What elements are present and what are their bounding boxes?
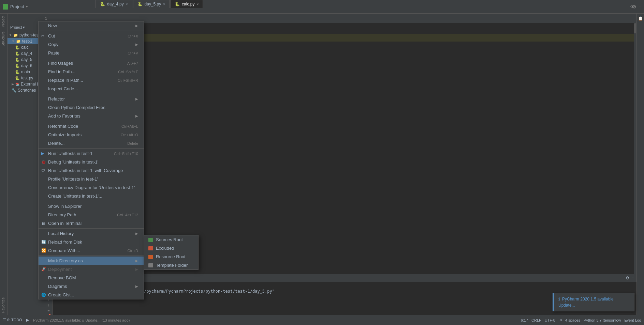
event-log-label[interactable]: Event Log [624,318,641,322]
menu-item-compare[interactable]: 🔀 Compare With... Ctrl+D [39,246,144,255]
menu-label-local-history: Local History [48,231,135,236]
menu-label-mark-directory: Mark Directory as [48,258,135,263]
ext-icon: 📚 [15,82,19,86]
menu-label-reload: Reload from Disk [48,239,138,245]
event-log-icon[interactable]: 📋 [638,16,643,21]
menu-item-remove-bom[interactable]: Remove BOM [39,274,144,282]
menu-item-directory-path[interactable]: Directory Path Ctrl+Alt+F12 [39,211,144,219]
menu-item-inspect[interactable]: Inspect Code... [39,84,144,93]
favorites-tab[interactable]: Favorites [0,295,7,315]
menu-item-reload[interactable]: 🔄 Reload from Disk [39,238,144,246]
tree-label-day5: day_5 [21,57,32,62]
menu-separator [39,256,144,256]
reformat-shortcut: Ctrl+Alt+L [121,124,138,128]
py-icon: 🐍 [15,70,20,74]
menu-item-clean-compiled[interactable]: Clean Python Compiled Files [39,103,144,112]
menu-item-favorites[interactable]: Add to Favorites ▶ [39,112,144,120]
run-status-icon[interactable]: ▶ [26,318,29,322]
submenu-arrow-icon: ▶ [135,259,138,263]
minimize-icon[interactable]: − [639,4,641,10]
menu-item-refactor[interactable]: Refactor ▶ [39,95,144,103]
submenu-item-resource-root[interactable]: Resource Root [144,252,198,261]
vertical-scrollbar[interactable] [634,23,636,315]
menu-item-replace-path[interactable]: Replace in Path... Ctrl+Shift+R [39,76,144,84]
submenu-arrow-icon: ▶ [135,114,138,118]
structure-tab[interactable]: Structure [0,29,7,49]
menu-item-local-history[interactable]: Local History ▶ [39,229,144,238]
menu-item-optimize-imports[interactable]: Optimize Imports Ctrl+Alt+O [39,130,144,139]
tab-bar: 🐍 day_4.py × 🐍 day_5.py × 🐍 calc.py × [96,0,203,8]
tab-day5[interactable]: 🐍 day_5.py × [133,0,170,8]
close-icon[interactable]: × [196,2,199,6]
eye-icon[interactable]: 👁 [630,4,635,10]
update-link[interactable]: Update... [558,303,575,308]
menu-item-show-explorer[interactable]: Show in Explorer [39,202,144,211]
line-ending[interactable]: CRLF [531,318,541,322]
settings-icon[interactable]: ⚙ [626,276,629,280]
menu-item-create-tests[interactable]: Create 'Unittests in test-1'... [39,192,144,200]
project-tab[interactable]: Project [0,14,7,29]
submenu-item-excluded[interactable]: Excluded [144,244,198,252]
submenu-arrow-icon: ▶ [135,284,138,288]
menu-label-inspect: Inspect Code... [48,86,138,91]
py-icon: 🐍 [100,2,105,6]
menu-item-paste[interactable]: Paste Ctrl+V [39,49,144,57]
menu-item-deployment: 🚀 Deployment ▶ [39,265,144,274]
menu-item-delete[interactable]: Delete... Delete [39,139,144,148]
charset[interactable]: UTF-8 [545,318,555,322]
status-bar: ☰ 6: TODO ▶ PyCharm 2020.1.5 available: … [0,315,644,325]
menu-label-replace-path: Replace in Path... [48,78,112,83]
resource-root-icon [148,255,153,259]
submenu-arrow-icon: ▶ [135,43,138,46]
menu-label-find-usages: Find Usages [48,61,122,66]
py-icon: 🐍 [15,51,20,56]
run-icon: ▶ [41,151,44,156]
title-bar-left: Project ▾ [3,4,28,10]
compare-shortcut: Ctrl+D [128,249,138,253]
python-version[interactable]: Python 3.7 (tensorflow [584,318,621,322]
submenu-item-sources-root[interactable]: Sources Root [144,235,198,244]
dropdown-arrow-icon[interactable]: ▾ [26,4,28,9]
menu-item-terminal[interactable]: 🖥 Open in Terminal [39,219,144,228]
project-label[interactable]: Project [10,4,24,9]
tab-day4[interactable]: 🐍 day_4.py × [96,0,132,8]
menu-item-run-tests[interactable]: ▶ Run 'Unittests in test-1' Ctrl+Shift+F… [39,149,144,158]
submenu-label-template-folder: Template Folder [156,263,188,268]
run-tests-shortcut: Ctrl+Shift+F10 [114,152,138,156]
menu-item-debug[interactable]: 🐞 Debug 'Unittests in test-1' [39,158,144,166]
menu-item-diagrams[interactable]: Diagrams ▶ [39,282,144,291]
settings-icon[interactable]: ≡ [47,308,49,312]
submenu-item-template-folder[interactable]: Template Folder [144,261,198,269]
menu-item-find-path[interactable]: Find in Path... Ctrl+Shift+F [39,67,144,76]
menu-item-new[interactable]: New ▶ [39,21,144,30]
menu-item-profile[interactable]: Profile 'Unittests in test-1' [39,175,144,183]
compare-icon: 🔀 [41,248,46,253]
menu-item-find-usages[interactable]: Find Usages Alt+F7 [39,59,144,67]
directory-path-shortcut: Ctrl+Alt+F12 [117,213,138,217]
close-icon[interactable]: × [163,2,165,6]
reload-icon: 🔄 [41,240,46,244]
menu-label-optimize-imports: Optimize Imports [48,132,115,137]
tree-label-day6: day_6 [21,63,32,68]
menu-label-cut: Cut [48,33,122,38]
menu-item-coverage[interactable]: 🛡 Run 'Unittests in test-1' with Coverag… [39,166,144,175]
close-panel-icon[interactable]: − [631,276,634,280]
project-icon [3,4,8,10]
tab-calc[interactable]: 🐍 calc.py × [170,0,203,8]
left-vertical-tabs: Project Structure Favorites [0,14,8,315]
todo-icon[interactable]: ☰ 6: TODO [3,318,22,322]
menu-item-create-gist[interactable]: 🌐 Create Gist... [39,291,144,299]
indent-setting[interactable]: 4 spaces [565,318,580,322]
menu-item-cut[interactable]: ✂ Cut Ctrl+X [39,32,144,40]
close-icon[interactable]: × [126,2,128,6]
panel-header-label: Project ▾ [10,25,25,29]
notification: ℹ PyCharm 2020.1.5 available Update... [553,293,634,311]
menu-item-concurrency[interactable]: Concurrency Diagram for 'Unittests in te… [39,183,144,192]
menu-item-copy[interactable]: Copy ▶ [39,40,144,49]
menu-separator [39,228,144,229]
menu-item-reformat[interactable]: Reformat Code Ctrl+Alt+L [39,122,144,130]
cut-icon: ✂ [41,34,44,38]
menu-item-mark-directory[interactable]: Mark Directory as ▶ [39,257,144,265]
context-menu: New ▶ ✂ Cut Ctrl+X Copy ▶ Paste Ctrl+V F… [38,21,144,299]
scroll-down-icon[interactable]: ↓ [48,303,50,307]
